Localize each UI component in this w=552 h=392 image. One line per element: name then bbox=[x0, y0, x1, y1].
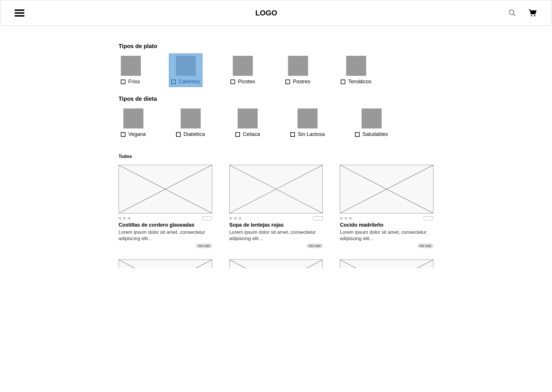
menu-icon[interactable] bbox=[15, 9, 24, 17]
svg-point-3 bbox=[534, 15, 535, 17]
filter-celiaca[interactable]: Celiaca bbox=[233, 106, 262, 140]
filter-label: Postres bbox=[293, 79, 310, 85]
recipe-image[interactable] bbox=[229, 165, 323, 213]
recipe-title: Sopa de lentejas rojas bbox=[229, 222, 323, 228]
recipe-image[interactable] bbox=[340, 165, 433, 213]
filter-postres[interactable]: Postres bbox=[283, 54, 313, 87]
placeholder-image bbox=[362, 108, 382, 128]
filter-vegana[interactable]: Vegana bbox=[119, 106, 148, 140]
filter-label: Temáticos bbox=[348, 79, 371, 85]
main-content: Tipos de plato Fríos Calientes Picoteo bbox=[119, 26, 433, 280]
placeholder-image bbox=[238, 108, 258, 128]
svg-line-14 bbox=[340, 260, 433, 268]
checkbox-icon bbox=[176, 132, 181, 137]
svg-line-13 bbox=[230, 260, 323, 268]
filter-tematicos[interactable]: Temáticos bbox=[338, 54, 374, 87]
checkbox-icon bbox=[230, 80, 235, 84]
filter-label: Calientes bbox=[179, 79, 200, 85]
see-more-button[interactable]: Ver más bbox=[307, 243, 323, 248]
placeholder-image bbox=[297, 108, 318, 128]
carousel-dots[interactable] bbox=[340, 217, 352, 220]
recipe-title: Cocido madrileño bbox=[340, 222, 433, 228]
see-more-button[interactable]: Ver más bbox=[196, 243, 212, 248]
recipe-description: Lorem ipsum dolor sit amet, consectetur … bbox=[229, 229, 323, 242]
checkbox-icon bbox=[341, 80, 345, 84]
filter-label: Diabética bbox=[184, 131, 205, 137]
recipe-card: Costillas de cordero glaseadas Lorem ips… bbox=[119, 165, 212, 248]
dish-types-row: Fríos Calientes Picoteo Postres bbox=[119, 54, 433, 87]
checkbox-icon bbox=[121, 132, 125, 137]
placeholder-image bbox=[123, 108, 143, 128]
svg-line-15 bbox=[340, 260, 433, 268]
filter-label: Vegana bbox=[128, 131, 146, 137]
filter-label: Sin Lactosa bbox=[298, 131, 325, 137]
svg-line-1 bbox=[513, 14, 515, 16]
recipe-description: Lorem ipsum dolor sit amet, consectetur … bbox=[340, 229, 433, 242]
results-grid: Costillas de cordero glaseadas Lorem ips… bbox=[119, 165, 433, 248]
checkbox-icon bbox=[285, 80, 290, 84]
placeholder-image bbox=[121, 56, 141, 76]
recipe-image[interactable] bbox=[119, 165, 212, 213]
cart-icon[interactable] bbox=[528, 9, 537, 17]
checkbox-icon bbox=[290, 132, 295, 137]
filter-label: Celiaca bbox=[243, 131, 260, 137]
recipe-card: Cocido madrileño Lorem ipsum dolor sit a… bbox=[340, 165, 433, 248]
filter-picoteo[interactable]: Picoteo bbox=[228, 54, 257, 87]
svg-line-11 bbox=[119, 260, 212, 268]
placeholder-image bbox=[176, 56, 196, 76]
filter-label: Fríos bbox=[128, 79, 140, 85]
recipe-description: Lorem ipsum dolor sit amet, consectetur … bbox=[119, 229, 212, 242]
filter-calientes[interactable]: Calientes bbox=[169, 54, 202, 87]
app-header: LOGO bbox=[0, 0, 552, 26]
logo: LOGO bbox=[255, 9, 277, 17]
checkbox-icon bbox=[355, 132, 360, 137]
checkbox-icon bbox=[171, 80, 176, 84]
recipe-image[interactable] bbox=[229, 260, 323, 268]
diet-types-row: Vegana Diabética Celiaca Sin Lactosa bbox=[119, 106, 433, 140]
filter-frios[interactable]: Fríos bbox=[119, 54, 143, 87]
placeholder-image bbox=[346, 56, 366, 76]
placeholder-image bbox=[288, 56, 308, 76]
checkbox-icon bbox=[235, 132, 240, 137]
results-title: Todos bbox=[119, 154, 433, 159]
filter-diabetica[interactable]: Diabética bbox=[174, 106, 207, 140]
carousel-dots[interactable] bbox=[119, 217, 131, 220]
placeholder-image bbox=[233, 56, 253, 76]
svg-line-10 bbox=[119, 260, 212, 268]
results-grid-next-row bbox=[119, 260, 433, 268]
recipe-image[interactable] bbox=[340, 260, 433, 268]
filter-label: Saludables bbox=[362, 131, 388, 137]
carousel-dots[interactable] bbox=[229, 217, 241, 220]
tag-pill bbox=[202, 216, 212, 220]
diet-types-title: Tipos de dieta bbox=[119, 96, 433, 102]
search-icon[interactable] bbox=[508, 9, 516, 17]
dish-types-title: Tipos de plato bbox=[119, 43, 433, 50]
tag-pill bbox=[313, 216, 323, 220]
svg-point-2 bbox=[531, 15, 532, 17]
tag-pill bbox=[424, 216, 433, 220]
recipe-title: Costillas de cordero glaseadas bbox=[119, 222, 212, 228]
svg-line-12 bbox=[230, 260, 323, 268]
filter-sin-lactosa[interactable]: Sin Lactosa bbox=[288, 106, 327, 140]
svg-point-0 bbox=[509, 10, 514, 15]
see-more-button[interactable]: Ver más bbox=[417, 243, 433, 248]
checkbox-icon bbox=[121, 80, 125, 84]
filter-saludables[interactable]: Saludables bbox=[353, 106, 390, 140]
recipe-image[interactable] bbox=[119, 260, 212, 268]
placeholder-image bbox=[181, 108, 201, 128]
filter-label: Picoteo bbox=[238, 79, 255, 85]
recipe-card: Sopa de lentejas rojas Lorem ipsum dolor… bbox=[229, 165, 323, 248]
